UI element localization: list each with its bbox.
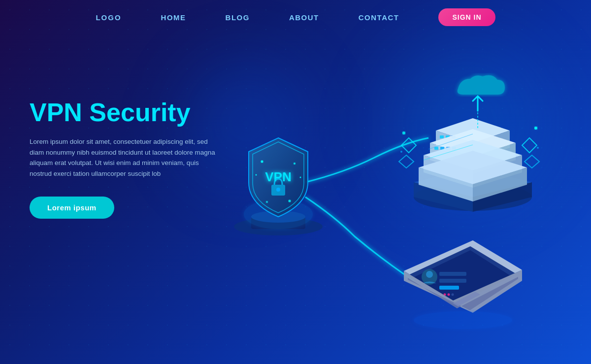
nav-blog[interactable]: BLOG: [226, 13, 250, 22]
hero-section: VPN Security Lorem ipsum dolor sit amet,…: [30, 99, 217, 219]
nav-logo[interactable]: LOGO: [96, 13, 121, 22]
nav-contact[interactable]: CONTACT: [359, 13, 399, 22]
cta-button[interactable]: Lorem ipsum: [30, 197, 114, 219]
nav-home[interactable]: HOME: [161, 13, 186, 22]
hero-description: Lorem ipsum dolor sit amet, consectetuer…: [30, 136, 217, 179]
glow-orb-2: [369, 25, 566, 222]
hero-title: VPN Security: [30, 99, 217, 127]
navigation: LOGO HOME BLOG ABOUT CONTACT SIGN IN: [0, 0, 591, 34]
signin-button[interactable]: SIGN IN: [438, 8, 495, 26]
nav-about[interactable]: ABOUT: [289, 13, 319, 22]
